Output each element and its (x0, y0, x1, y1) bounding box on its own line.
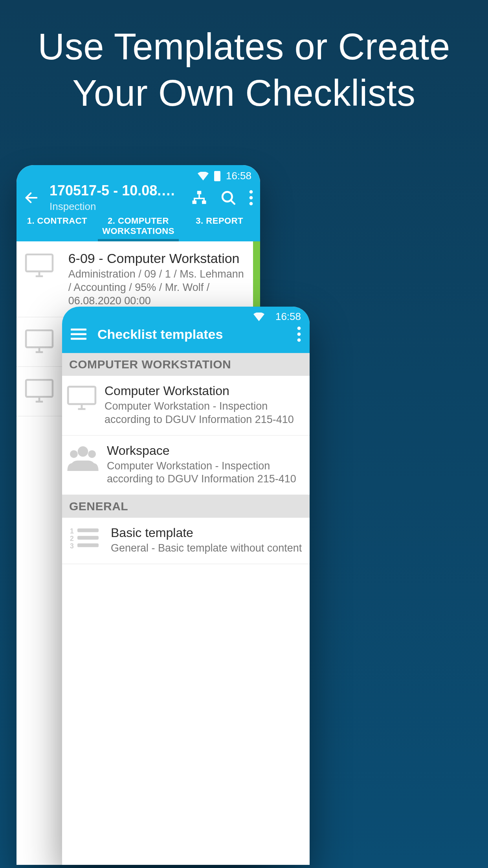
svg-text:3: 3 (70, 542, 74, 548)
svg-rect-16 (26, 331, 53, 348)
template-item-title: Computer Workstation (105, 384, 303, 398)
list-item-subtitle: Administration / 09 / 1 / Ms. Lehmann / … (68, 268, 248, 307)
monitor-icon (20, 376, 58, 403)
monitor-icon (20, 327, 58, 353)
svg-rect-6 (194, 198, 195, 201)
template-item-subtitle: Computer Workstation - Inspection accord… (107, 460, 303, 486)
svg-text:1: 1 (70, 527, 74, 535)
appbar-title-block: 170517-5 - 10.08.20… Inspection (50, 182, 181, 213)
back-icon[interactable] (24, 190, 39, 206)
template-item-title: Basic template (111, 526, 302, 540)
more-vert-icon[interactable] (297, 326, 301, 342)
svg-point-10 (250, 190, 253, 193)
group-icon (67, 443, 99, 471)
promo-headline: Use Templates or Create Your Own Checkli… (0, 0, 488, 116)
templates-screen: 16:58 Checklist templates COMPUTER WORKS… (62, 307, 310, 865)
svg-rect-28 (68, 387, 95, 404)
svg-text:2: 2 (70, 535, 74, 542)
template-item-subtitle: General - Basic template without content (111, 542, 302, 555)
inspection-appbar: 16:58 170517-5 - 10.08.20… Inspection (17, 165, 260, 241)
list-item[interactable]: 6-09 - Computer Workstation Administrati… (17, 241, 260, 317)
template-item[interactable]: Computer Workstation Computer Workstatio… (62, 376, 310, 436)
svg-point-25 (297, 327, 301, 330)
status-bar: 16:58 (62, 307, 310, 323)
section-header: GENERAL (62, 495, 310, 518)
svg-rect-1 (197, 191, 202, 194)
status-time: 16:58 (275, 311, 301, 323)
svg-point-11 (250, 196, 253, 199)
svg-rect-4 (198, 194, 200, 198)
svg-point-32 (70, 450, 78, 458)
monitor-icon (20, 251, 58, 278)
template-item[interactable]: 1 2 3 Basic template General - Basic tem… (62, 518, 310, 564)
template-item-title: Workspace (107, 443, 303, 458)
svg-point-33 (88, 450, 96, 458)
tab-computer-workstations[interactable]: 2. COMPUTER WORKSTATIONS (98, 212, 179, 241)
section-header: COMPUTER WORKSTATION (62, 353, 310, 376)
search-icon[interactable] (220, 189, 237, 206)
battery-icon (214, 171, 220, 181)
sitemap-icon[interactable] (191, 189, 207, 206)
status-stripe (253, 241, 260, 317)
svg-rect-38 (77, 536, 99, 540)
svg-point-31 (78, 446, 88, 456)
svg-rect-7 (204, 198, 205, 201)
wifi-icon (253, 313, 264, 321)
svg-point-26 (297, 333, 301, 336)
appbar-title: Checklist templates (97, 327, 286, 342)
monitor-icon (67, 384, 97, 410)
tab-report[interactable]: 3. REPORT (179, 212, 260, 241)
more-vert-icon[interactable] (249, 190, 253, 206)
templates-appbar: 16:58 Checklist templates (62, 307, 310, 353)
svg-point-12 (250, 202, 253, 205)
tab-contract[interactable]: 1. CONTRACT (17, 212, 98, 241)
appbar-title: 170517-5 - 10.08.20… (50, 182, 181, 199)
status-time: 16:58 (226, 170, 251, 182)
hamburger-icon[interactable] (71, 328, 86, 340)
svg-rect-13 (26, 254, 53, 271)
svg-rect-19 (26, 380, 53, 397)
appbar-subtitle: Inspection (50, 200, 181, 213)
svg-rect-39 (77, 543, 99, 547)
svg-rect-5 (194, 198, 205, 199)
template-item[interactable]: Workspace Computer Workstation - Inspect… (62, 436, 310, 495)
svg-rect-37 (77, 528, 99, 532)
stepper-tabs: 1. CONTRACT 2. COMPUTER WORKSTATIONS 3. … (17, 212, 260, 241)
wifi-icon (198, 172, 209, 180)
svg-point-27 (297, 338, 301, 342)
template-item-subtitle: Computer Workstation - Inspection accord… (105, 400, 303, 427)
svg-line-9 (231, 200, 235, 204)
list-item-title: 6-09 - Computer Workstation (68, 251, 248, 266)
numbered-list-icon: 1 2 3 (67, 526, 103, 548)
status-bar: 16:58 (17, 165, 260, 182)
